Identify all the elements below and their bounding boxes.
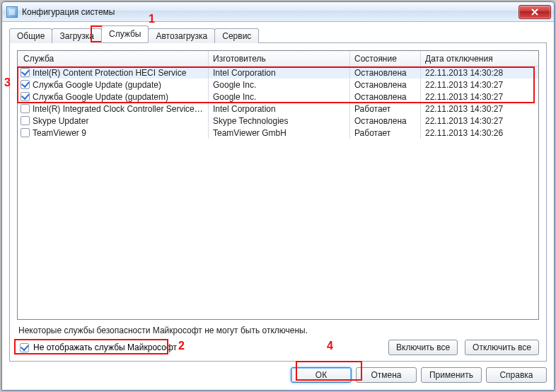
table-row[interactable]: Intel(R) Integrated Clock Controller Ser…: [18, 103, 538, 115]
service-date: 22.11.2013 14:30:27: [425, 104, 503, 114]
service-name: Skype Updater: [33, 116, 88, 126]
help-button[interactable]: Справка: [486, 367, 547, 383]
service-manufacturer: Intel Corporation: [213, 104, 276, 114]
service-checkbox[interactable]: [21, 80, 30, 89]
disable-all-button[interactable]: Отключить все: [465, 340, 539, 355]
enable-all-button[interactable]: Включить все: [388, 340, 458, 355]
table-row[interactable]: Intel(R) Content Protection HECI Service…: [18, 67, 538, 79]
service-manufacturer: TeamViewer GmbH: [213, 128, 286, 138]
service-manufacturer: Google Inc.: [213, 92, 256, 102]
list-body[interactable]: Intel(R) Content Protection HECI Service…: [18, 67, 538, 319]
hide-microsoft-services[interactable]: Не отображать службы Майкрософт: [17, 340, 181, 354]
service-checkbox[interactable]: [21, 68, 30, 77]
service-state: Остановлена: [354, 92, 407, 102]
titlebar[interactable]: Конфигурация системы: [2, 2, 554, 22]
service-state: Работает: [354, 128, 390, 138]
service-manufacturer: Google Inc.: [213, 80, 256, 90]
table-row[interactable]: Служба Google Update (gupdate)Google Inc…: [18, 79, 538, 91]
tab-Сервис[interactable]: Сервис: [214, 28, 259, 43]
column-service[interactable]: Служба: [18, 51, 209, 66]
tabstrip: ОбщиеЗагрузкаСлужбыАвтозагрузкаСервис: [9, 26, 547, 42]
client-area: ОбщиеЗагрузкаСлужбыАвтозагрузкаСервис Сл…: [2, 22, 554, 390]
tab-services-pane: Служба Изготовитель Состояние Дата отклю…: [9, 42, 547, 362]
column-manufacturer[interactable]: Изготовитель: [209, 51, 350, 66]
dialog-buttons: ОК Отмена Применить Справка: [9, 367, 547, 383]
service-date: 22.11.2013 14:30:27: [425, 116, 503, 126]
service-name: Служба Google Update (gupdate): [33, 80, 161, 90]
service-state: Остановлена: [354, 116, 407, 126]
security-note: Некоторые службы безопасности Майкрософт…: [18, 325, 538, 335]
service-name: Intel(R) Content Protection HECI Service: [33, 68, 186, 78]
window-title: Конфигурация системы: [22, 7, 519, 17]
service-state: Работает: [354, 104, 390, 114]
apply-button[interactable]: Применить: [421, 367, 482, 383]
service-manufacturer: Intel Corporation: [213, 68, 276, 78]
app-icon: [6, 6, 18, 18]
service-checkbox[interactable]: [21, 128, 30, 137]
service-date: 22.11.2013 14:30:27: [425, 80, 503, 90]
msconfig-window: Конфигурация системы ОбщиеЗагрузкаСлужбы…: [1, 1, 555, 391]
column-disabled-date[interactable]: Дата отключения: [421, 51, 538, 66]
service-date: 22.11.2013 14:30:27: [425, 92, 503, 102]
hide-ms-label: Не отображать службы Майкрософт: [33, 342, 177, 352]
tab-Автозагрузка[interactable]: Автозагрузка: [148, 28, 215, 43]
close-button[interactable]: [519, 5, 551, 19]
service-date: 22.11.2013 14:30:26: [425, 128, 503, 138]
service-manufacturer: Skype Technologies: [213, 116, 289, 126]
service-name: TeamViewer 9: [33, 128, 86, 138]
service-state: Остановлена: [354, 68, 407, 78]
list-header[interactable]: Служба Изготовитель Состояние Дата отклю…: [18, 51, 538, 67]
options-row: Не отображать службы Майкрософт Включить…: [17, 340, 539, 355]
column-state[interactable]: Состояние: [350, 51, 421, 66]
table-row[interactable]: Служба Google Update (gupdatem)Google In…: [18, 91, 538, 103]
tab-Загрузка[interactable]: Загрузка: [52, 28, 102, 43]
cancel-button[interactable]: Отмена: [356, 367, 417, 383]
service-checkbox[interactable]: [21, 116, 30, 125]
table-row[interactable]: TeamViewer 9TeamViewer GmbHРаботает22.11…: [18, 127, 538, 139]
close-icon: [531, 8, 538, 16]
service-name: Intel(R) Integrated Clock Controller Ser…: [33, 104, 204, 114]
ok-button[interactable]: ОК: [291, 367, 352, 383]
service-name: Служба Google Update (gupdatem): [33, 92, 168, 102]
services-listview[interactable]: Служба Изготовитель Состояние Дата отклю…: [17, 50, 539, 320]
service-checkbox[interactable]: [21, 104, 30, 113]
service-state: Остановлена: [354, 80, 407, 90]
table-row[interactable]: Skype UpdaterSkype TechnologiesОстановле…: [18, 115, 538, 127]
tab-Службы[interactable]: Службы: [101, 25, 149, 42]
hide-ms-checkbox[interactable]: [20, 343, 29, 352]
tab-Общие[interactable]: Общие: [9, 28, 52, 43]
service-date: 22.11.2013 14:30:28: [425, 68, 503, 78]
service-checkbox[interactable]: [21, 92, 30, 101]
